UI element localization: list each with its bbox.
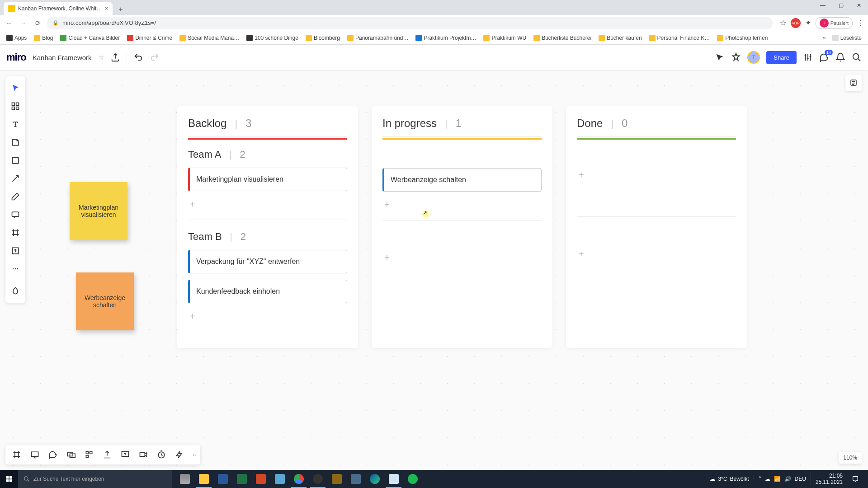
kanban-card[interactable]: Marketingplan visualisieren xyxy=(188,168,347,191)
reload-button[interactable]: ⟳ xyxy=(33,18,43,28)
comment-tool[interactable] xyxy=(5,206,25,224)
upload-tool[interactable] xyxy=(5,242,25,260)
back-button[interactable]: ← xyxy=(4,18,14,28)
add-card-button[interactable]: + xyxy=(188,197,197,211)
kanban-card[interactable]: Verpackung für "XYZ" entwerfen xyxy=(188,250,347,273)
activity-panel-button[interactable] xyxy=(845,75,862,91)
add-card-button[interactable]: + xyxy=(382,198,392,212)
close-tab-icon[interactable]: × xyxy=(104,5,108,12)
favorite-star-icon[interactable]: ☆ xyxy=(98,53,104,61)
word-icon[interactable] xyxy=(213,470,232,488)
file-explorer-icon[interactable] xyxy=(194,470,213,488)
tray-chevron-icon[interactable]: ˄ xyxy=(759,476,761,482)
bookmark-item[interactable]: Blog xyxy=(31,33,56,42)
app-icon-3[interactable] xyxy=(346,470,365,488)
add-card-button[interactable]: + xyxy=(577,168,586,182)
language-indicator[interactable]: DEU xyxy=(795,476,806,482)
export-tool-icon[interactable] xyxy=(99,446,116,463)
add-card-button[interactable]: + xyxy=(188,310,197,324)
extensions-icon[interactable]: ✦ xyxy=(805,19,811,27)
comments-icon[interactable] xyxy=(819,52,829,62)
bookmark-item[interactable]: Personal Finance K… xyxy=(646,33,713,42)
profile-paused-chip[interactable]: T Pausiert xyxy=(816,17,853,29)
bookmark-star-icon[interactable]: ☆ xyxy=(780,19,786,27)
bookmark-item[interactable]: Apps xyxy=(4,33,29,42)
card-tool-icon[interactable] xyxy=(62,446,80,463)
share-button[interactable]: Share xyxy=(766,51,797,64)
miro-canvas[interactable]: miro Kanban Framework ☆ T Share xyxy=(0,45,868,470)
sticky-note-orange[interactable]: Werbeanzeige schalten xyxy=(76,272,134,330)
line-tool[interactable] xyxy=(5,169,25,188)
board-name[interactable]: Kanban Framework xyxy=(33,54,92,61)
onedrive-icon[interactable]: ☁ xyxy=(765,476,770,482)
taskbar-clock[interactable]: 21:05 25.11.2021 xyxy=(811,473,843,486)
grid-tool-icon[interactable] xyxy=(80,446,98,463)
edge-icon[interactable] xyxy=(365,470,384,488)
video-tool-icon[interactable] xyxy=(135,446,152,463)
address-bar[interactable]: 🔒 miro.com/app/board/uXjVOf8yZ1s=/ xyxy=(47,17,773,29)
bookmark-item[interactable]: 100 schöne Dinge xyxy=(244,33,301,42)
export-icon[interactable] xyxy=(110,52,120,62)
kanban-column-in-progress[interactable]: In progress | 1 Werbeanzeige schalten + … xyxy=(372,106,552,348)
bookmark-item[interactable]: Praktikum WU xyxy=(481,33,529,42)
sticky-note-yellow[interactable]: Marketingplan visualisieren xyxy=(70,182,127,240)
collapse-toolbar-icon[interactable]: ‹‹ xyxy=(191,452,198,457)
bookmark-item[interactable]: Dinner & Crime xyxy=(124,33,175,42)
action-center-button[interactable] xyxy=(847,470,863,488)
cursor-mode-icon[interactable] xyxy=(715,52,725,62)
app-icon-2[interactable] xyxy=(327,470,346,488)
chrome-menu-icon[interactable]: ⋮ xyxy=(857,19,864,27)
weather-widget[interactable]: ☁ 3°C Bewölkt xyxy=(705,476,749,482)
volume-icon[interactable]: 🔊 xyxy=(784,476,791,482)
miro-logo[interactable]: miro xyxy=(6,52,26,63)
notifications-icon[interactable] xyxy=(835,52,845,62)
reactions-icon[interactable] xyxy=(731,52,741,62)
user-avatar[interactable]: T xyxy=(747,51,760,64)
kanban-card[interactable]: Werbeanzeige schalten xyxy=(382,168,542,192)
reading-list-button[interactable]: Leseliste xyxy=(830,33,864,42)
kanban-card[interactable]: Kundenfeedback einholen xyxy=(188,280,347,303)
kanban-column-backlog[interactable]: Backlog | 3 Team A | 2 Marketingplan vis… xyxy=(177,106,358,348)
chrome-icon[interactable] xyxy=(289,470,308,488)
bookmark-item[interactable]: Bücher kaufen xyxy=(596,33,644,42)
bookmark-item[interactable]: Panoramabahn und… xyxy=(344,33,411,42)
taskbar-search[interactable]: Zur Suche Text hier eingeben xyxy=(18,470,172,488)
add-card-button[interactable]: + xyxy=(382,251,392,265)
frame-tool[interactable] xyxy=(5,224,25,242)
voting-icon[interactable] xyxy=(171,446,188,463)
presentation-icon[interactable] xyxy=(26,446,43,463)
bookmark-item[interactable]: Social Media Mana… xyxy=(177,33,242,42)
redo-icon[interactable] xyxy=(150,52,160,62)
abp-extension-icon[interactable]: ABP xyxy=(791,18,801,28)
notepad-icon[interactable] xyxy=(384,470,403,488)
system-tray[interactable]: ˄ ☁ 📶 🔊 DEU xyxy=(754,476,806,482)
templates-tool[interactable] xyxy=(5,97,25,115)
shape-tool[interactable] xyxy=(5,151,25,169)
minimize-button[interactable]: — xyxy=(816,1,829,10)
zoom-indicator[interactable]: 110% xyxy=(839,452,862,464)
pen-tool[interactable] xyxy=(5,188,25,206)
undo-icon[interactable] xyxy=(133,52,143,62)
close-window-button[interactable]: ✕ xyxy=(853,1,865,10)
bookmark-item[interactable]: Bücherliste Bücherei xyxy=(531,33,594,42)
spotify-icon[interactable] xyxy=(403,470,422,488)
forward-button[interactable]: → xyxy=(18,18,29,28)
new-tab-button[interactable]: + xyxy=(115,4,126,15)
screen-share-icon[interactable] xyxy=(117,446,134,463)
timer-icon[interactable] xyxy=(153,446,170,463)
kanban-column-done[interactable]: Done | 0 + + xyxy=(566,106,747,348)
comments-panel-icon[interactable] xyxy=(44,446,61,463)
add-card-button[interactable]: + xyxy=(577,247,586,261)
browser-tab[interactable]: Kanban Framework, Online Whit… × xyxy=(4,2,113,15)
app-icon[interactable] xyxy=(270,470,289,488)
excel-icon[interactable] xyxy=(232,470,251,488)
apps-tool[interactable] xyxy=(5,282,25,300)
more-tools[interactable] xyxy=(5,260,25,278)
maximize-button[interactable]: ▢ xyxy=(835,1,847,10)
bookmark-item[interactable]: Bloomberg xyxy=(303,33,343,42)
obs-icon[interactable] xyxy=(308,470,327,488)
start-button[interactable] xyxy=(0,470,18,488)
wifi-icon[interactable]: 📶 xyxy=(774,476,781,482)
select-tool[interactable] xyxy=(5,79,25,97)
powerpoint-icon[interactable] xyxy=(251,470,270,488)
